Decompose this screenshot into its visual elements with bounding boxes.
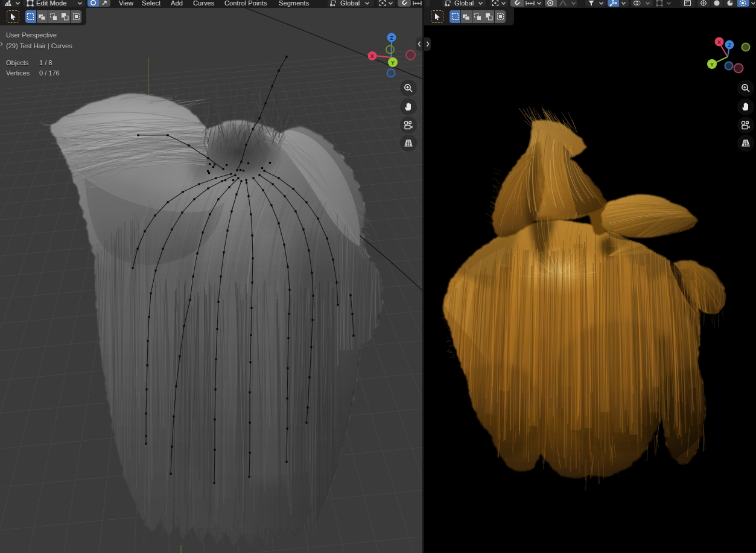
svg-text:X: X xyxy=(370,53,374,59)
svg-text:Y: Y xyxy=(710,62,714,68)
svg-text:X: X xyxy=(717,39,721,45)
svg-text:Y: Y xyxy=(391,60,395,66)
svg-text:Z: Z xyxy=(390,35,393,41)
svg-text:Z: Z xyxy=(728,42,731,48)
